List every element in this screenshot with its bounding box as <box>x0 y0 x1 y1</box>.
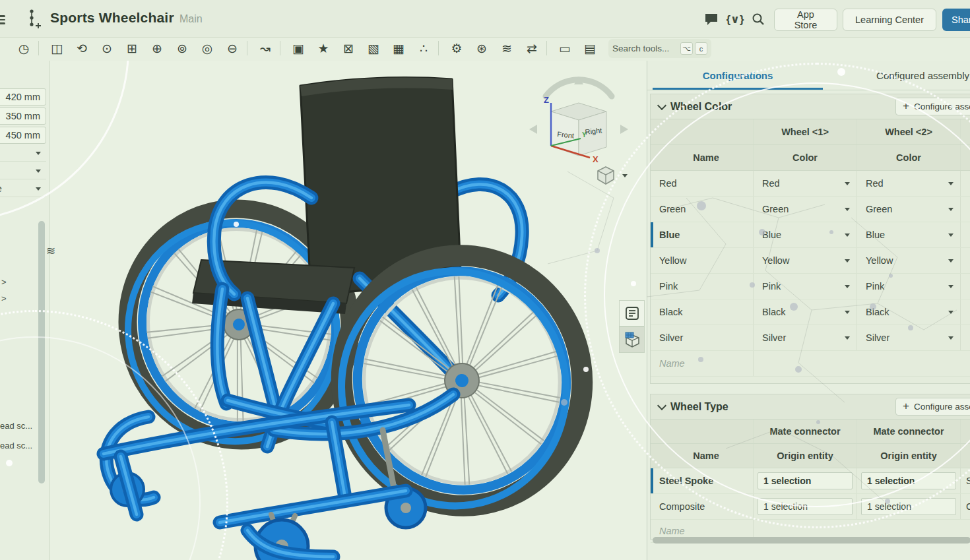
config-row-green[interactable]: Green Green Green <box>651 197 970 222</box>
config-row-composite[interactable]: Composite 1 selection 1 selection C <box>651 494 970 520</box>
color-dropdown[interactable]: Pink <box>857 274 961 299</box>
configure-assembly-button[interactable]: + Configure asse <box>895 398 970 416</box>
search-tools-field[interactable]: Search tools... ⌥ c <box>608 39 711 58</box>
config-row-blue[interactable]: Blue Blue Blue <box>651 222 970 248</box>
tree-expand-icon[interactable]: > <box>1 277 7 287</box>
configured-assembly-toggle[interactable] <box>619 327 645 353</box>
relations-icon[interactable]: ⚙ <box>446 38 467 58</box>
config-row-steel-spoke[interactable]: Steel Spoke 1 selection 1 selection S <box>651 468 970 494</box>
collapse-icon[interactable] <box>657 400 666 410</box>
color-dropdown[interactable]: Silver <box>857 325 961 350</box>
color-dropdown[interactable]: Yellow <box>754 248 857 273</box>
vertical-scrollbar[interactable] <box>38 221 45 483</box>
tab-configurations[interactable]: Configurations <box>653 61 823 90</box>
chevron-down-icon <box>36 187 41 193</box>
color-dropdown[interactable]: Green <box>754 197 857 222</box>
section-filter-icon[interactable]: ≋ <box>46 244 55 258</box>
config-row-yellow[interactable]: Yellow Yellow Yellow <box>651 248 970 274</box>
tree-item[interactable]: ead sc... <box>0 441 32 451</box>
toolbar-divider <box>38 41 39 55</box>
color-dropdown[interactable]: Red <box>857 171 961 196</box>
rotate-part-icon[interactable]: ⊙ <box>96 38 117 58</box>
search-icon[interactable] <box>748 9 768 29</box>
structure-list-toggle[interactable] <box>619 300 645 327</box>
chevron-down-icon <box>36 170 41 175</box>
spring-icon[interactable]: ≋ <box>496 38 517 58</box>
wheel-type-section: Wheel Type + Configure asse Mate connect… <box>650 394 970 540</box>
view-cube[interactable]: Front Right Z X Y <box>523 69 635 174</box>
linked-documents-icon[interactable]: ∴ <box>413 38 434 58</box>
horizontal-scrollbar[interactable] <box>653 537 970 544</box>
new-row-name-input[interactable]: Name <box>651 351 754 376</box>
fastened-mate-icon[interactable]: ⊖ <box>222 38 243 58</box>
color-dropdown[interactable]: Black <box>857 299 961 325</box>
versions-icon[interactable] <box>26 8 41 30</box>
wheel-color-header[interactable]: Wheel Color + Configure asse <box>651 94 970 119</box>
column-header: Name <box>651 145 754 170</box>
name-tag-icon[interactable]: ▭ <box>554 38 575 58</box>
selection-chip[interactable]: 1 selection <box>861 472 956 489</box>
wheel-type-header[interactable]: Wheel Type + Configure asse <box>651 394 970 420</box>
star-part-icon[interactable]: ★ <box>313 38 334 58</box>
configure-assembly-button[interactable]: + Configure asse <box>895 98 970 115</box>
workspace-name[interactable]: Main <box>179 13 203 25</box>
dimension-input-1[interactable]: 420 mm <box>0 88 46 106</box>
new-row[interactable]: Name <box>651 351 970 377</box>
config-row-black[interactable]: Black Black Black <box>651 299 970 325</box>
select-region-icon[interactable]: ▣ <box>288 38 309 58</box>
color-dropdown[interactable]: Red <box>754 171 857 196</box>
comment-icon[interactable] <box>701 9 721 29</box>
insert-icon[interactable]: ◫ <box>46 38 67 58</box>
column-header: Name <box>651 444 754 468</box>
edit-in-place-icon[interactable]: ⊠ <box>338 38 359 58</box>
search-tools-placeholder: Search tools... <box>612 44 678 53</box>
tab-configured-assembly[interactable]: Configured assembly <box>876 61 969 90</box>
color-dropdown[interactable]: Yellow <box>857 248 961 273</box>
section-title: Wheel Color <box>670 101 732 113</box>
dropdown-1[interactable] <box>0 145 46 162</box>
chevron-down-icon <box>845 285 850 291</box>
in-context-icon[interactable]: ▧ <box>363 38 384 58</box>
color-dropdown[interactable]: Blue <box>754 222 857 247</box>
featurescript-icon[interactable]: {∨} <box>725 9 745 29</box>
config-row-red[interactable]: Red Red Red <box>651 171 970 197</box>
chevron-down-icon <box>948 233 954 239</box>
dimension-input-2[interactable]: 350 mm <box>0 108 46 125</box>
color-dropdown[interactable]: Pink <box>754 274 857 299</box>
dropdown-2[interactable] <box>0 163 46 179</box>
panel-tab-bar: Configurations Configured assembly <box>647 61 970 90</box>
tree-item[interactable]: ead sc... <box>0 421 32 431</box>
bom-icon[interactable]: ▤ <box>579 38 600 58</box>
column-header: Color <box>857 145 961 170</box>
orbit-icon[interactable]: ⟲ <box>71 38 92 58</box>
selection-chip[interactable]: 1 selection <box>758 498 853 515</box>
pattern-icon[interactable]: ▦ <box>388 38 409 58</box>
app-store-button[interactable]: App Store <box>774 9 837 31</box>
snap-mode-icon[interactable]: ⊚ <box>172 38 193 58</box>
config-row-silver[interactable]: Silver Silver Silver <box>651 325 970 351</box>
color-dropdown[interactable]: Blue <box>857 222 961 247</box>
selection-chip[interactable]: 1 selection <box>861 498 956 515</box>
svg-text:Z: Z <box>544 95 549 105</box>
left-parameter-panel: 420 mm 350 mm 450 mm ke > > ead sc... ea… <box>0 61 49 560</box>
dropdown-3[interactable]: ke <box>0 181 46 197</box>
menu-icon[interactable] <box>0 13 5 24</box>
move-icon[interactable]: ⊞ <box>121 38 143 58</box>
share-button[interactable]: Share <box>942 9 970 31</box>
display-mode-widget[interactable] <box>596 165 628 186</box>
mate-icon[interactable]: ◎ <box>197 38 218 58</box>
config-row-pink[interactable]: Pink Pink Pink <box>651 274 970 299</box>
color-dropdown[interactable]: Black <box>754 299 857 325</box>
tree-expand-icon[interactable]: > <box>1 294 7 303</box>
color-dropdown[interactable]: Green <box>857 197 961 222</box>
dimension-input-3[interactable]: 450 mm <box>0 127 46 144</box>
collapse-icon[interactable] <box>657 100 666 109</box>
learning-center-button[interactable]: Learning Center <box>843 9 936 31</box>
replicate-icon[interactable]: ⇄ <box>521 38 542 58</box>
translate-icon[interactable]: ⊕ <box>146 38 168 58</box>
mechanism-icon[interactable]: ⊛ <box>471 38 492 58</box>
color-dropdown[interactable]: Silver <box>754 325 857 350</box>
selection-chip[interactable]: 1 selection <box>758 472 853 489</box>
history-icon[interactable]: ◷ <box>13 38 34 58</box>
path-icon[interactable]: ↝ <box>255 38 276 58</box>
